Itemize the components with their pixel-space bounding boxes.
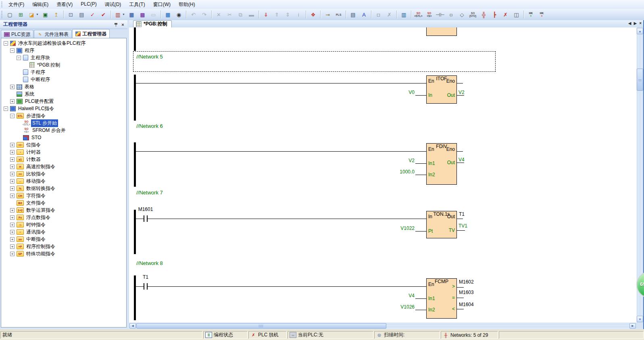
toolbar-open-project-icon[interactable]: ◪▼ bbox=[27, 10, 37, 19]
expand-icon[interactable]: + bbox=[10, 208, 15, 213]
toolbar-save-icon[interactable]: ▣ bbox=[40, 10, 50, 19]
tree-item[interactable]: 系统 bbox=[1, 90, 126, 98]
tree-item[interactable]: +±1计数器 bbox=[1, 156, 126, 163]
panel-tab-component-comment-table[interactable]: ✎元件注释表 bbox=[34, 30, 72, 38]
toolbar-insert-branch-icon[interactable]: ┣ bbox=[490, 10, 500, 19]
toolbar-print-preview-icon[interactable]: ⊡ bbox=[66, 10, 76, 19]
collapse-icon[interactable]: − bbox=[17, 56, 21, 60]
ton-pt-operand[interactable]: V1022 bbox=[397, 225, 415, 231]
scroll-left-icon[interactable]: ◀ bbox=[129, 323, 136, 329]
menu-grip-handle[interactable] bbox=[1, 1, 2, 7]
toolbar-plc-hardware-icon[interactable]: ▦ bbox=[127, 10, 137, 19]
expand-icon[interactable]: + bbox=[10, 194, 15, 198]
expand-icon[interactable]: + bbox=[10, 230, 15, 234]
menu-item-plc[interactable]: PLC(P) bbox=[77, 0, 100, 9]
tree-item[interactable]: +SP特殊功能指令 bbox=[1, 250, 126, 257]
tree-item[interactable]: SO<S>SFROM 步合并 bbox=[1, 127, 126, 134]
expand-icon[interactable]: + bbox=[10, 165, 15, 169]
network5-comment[interactable]: //Network 5 bbox=[136, 54, 163, 60]
menu-item-help[interactable]: 帮助(H) bbox=[175, 0, 199, 9]
contact-m1601-bar-left[interactable] bbox=[144, 215, 144, 222]
expand-icon[interactable]: + bbox=[10, 85, 15, 89]
expand-icon[interactable]: + bbox=[10, 215, 15, 220]
expand-icon[interactable]: + bbox=[10, 179, 15, 184]
expand-icon[interactable]: + bbox=[10, 223, 15, 227]
ton-tv-operand[interactable]: TV1 bbox=[459, 223, 467, 229]
tree-item[interactable]: −净水车间超滤检验设备PLC程序 bbox=[1, 40, 126, 47]
toolbar-comment-font-icon[interactable]: A bbox=[359, 10, 369, 19]
tree-item[interactable]: +CH字符指令 bbox=[1, 192, 126, 199]
network6-comment[interactable]: //Network 6 bbox=[136, 123, 163, 129]
menu-item-file[interactable]: 文件(F) bbox=[4, 0, 28, 9]
itof-out-operand[interactable]: V2 bbox=[459, 90, 465, 95]
tree-item[interactable]: 子程序 bbox=[1, 69, 126, 76]
contact-t1-label[interactable]: T1 bbox=[133, 274, 158, 280]
scroll-down-icon[interactable]: ▼ bbox=[637, 316, 643, 322]
toolbar-element-table-icon[interactable]: ▤ bbox=[348, 10, 358, 19]
scroll-up-icon[interactable]: ▲ bbox=[637, 28, 643, 34]
tree-item[interactable]: STO bbox=[1, 134, 126, 141]
toolbar-network-config-icon[interactable]: ❖ bbox=[308, 10, 318, 19]
tree-item[interactable]: 中断程序 bbox=[1, 76, 126, 83]
network8-comment[interactable]: //Network 8 bbox=[136, 260, 163, 266]
toolbar-connect-wizard-icon[interactable]: ⊸ bbox=[323, 10, 333, 19]
expand-icon[interactable]: + bbox=[10, 186, 15, 191]
toolbar-program-check-icon[interactable]: ✓ bbox=[88, 10, 98, 19]
tree-item[interactable]: +◷时钟指令 bbox=[1, 221, 126, 228]
tree-item[interactable]: SO<STL>STL 步开始 bbox=[1, 119, 126, 127]
ton-out-operand[interactable]: T1 bbox=[459, 211, 465, 217]
tree-item[interactable]: +H高速控制指令 bbox=[1, 163, 126, 170]
contact-m1601-label[interactable]: M1601 bbox=[133, 207, 158, 212]
tree-item[interactable]: −Haiwell PLC指令 bbox=[1, 105, 126, 112]
expand-icon[interactable]: + bbox=[10, 237, 15, 242]
tree-item[interactable]: +1+2数学运算指令 bbox=[1, 207, 126, 214]
tree-item[interactable]: +>=比较指令 bbox=[1, 170, 126, 177]
toolbar-print-icon[interactable]: ▤ bbox=[77, 10, 87, 19]
collapse-icon[interactable]: − bbox=[10, 114, 15, 118]
fcmp-in2-operand[interactable]: V1026 bbox=[396, 304, 415, 310]
expand-icon[interactable]: + bbox=[10, 157, 15, 162]
toolbar-delete-branch-icon[interactable]: ✗ bbox=[500, 10, 511, 19]
fdiv-in1-operand[interactable]: V2 bbox=[399, 158, 415, 163]
menu-item-window[interactable]: 窗口(W) bbox=[149, 0, 175, 9]
pin-button[interactable] bbox=[113, 22, 119, 27]
toolbar-add-network-icon[interactable]: HK+ bbox=[526, 10, 536, 19]
toolbar-compare-block-icon[interactable]: ◇ bbox=[457, 10, 467, 19]
toolbar-new-file-icon[interactable]: ▢ bbox=[5, 10, 15, 19]
toolbar-sto-icon[interactable]: SO(STO) bbox=[468, 10, 478, 19]
tab-scroll-left-icon[interactable]: ◀ bbox=[628, 21, 631, 25]
toolbar-insert-cell-icon[interactable]: ◫ bbox=[511, 10, 521, 19]
toolbar-chip-icon[interactable]: ▩ bbox=[138, 10, 148, 19]
toolbar-coil-icon[interactable]: ( ) bbox=[446, 10, 456, 19]
fcmp-gt-operand[interactable]: M1602 bbox=[459, 279, 474, 285]
ladder-canvas[interactable]: //Network 5 ITOF En Eno In Out V0 V2 //N… bbox=[129, 27, 636, 323]
tree-item[interactable]: Bit文件指令 bbox=[1, 199, 126, 207]
expand-icon[interactable]: + bbox=[10, 99, 15, 104]
toolbar-stl-start-icon[interactable]: SO<STL> bbox=[413, 10, 423, 19]
fdiv-in2-operand[interactable]: 1000.0 bbox=[396, 169, 415, 175]
panel-close-button[interactable]: × bbox=[120, 22, 126, 27]
toolbar-ladder-editor-icon[interactable]: ▦ bbox=[163, 10, 173, 19]
toolbar-import-file-icon[interactable]: ↥ bbox=[51, 10, 61, 19]
tree-item[interactable]: +ıııı中断指令 bbox=[1, 236, 126, 243]
menu-item-view[interactable]: 查看(V) bbox=[52, 0, 77, 9]
network5-selection-box[interactable] bbox=[133, 51, 496, 72]
menu-item-debug[interactable]: 调试(D) bbox=[101, 0, 125, 9]
tree-item[interactable]: +~通讯指令 bbox=[1, 228, 126, 236]
panel-tab-plc-resources[interactable]: PLC资源 bbox=[1, 30, 33, 38]
panel-tab-project-manager[interactable]: 工程管理器 bbox=[72, 29, 110, 38]
horizontal-scrollbar[interactable]: ◀ ▶ bbox=[129, 323, 636, 329]
tab-scroll-right-icon[interactable]: ▶ bbox=[634, 21, 637, 25]
tree-item[interactable]: +PLC硬件配置 bbox=[1, 98, 126, 105]
fcmp-in1-operand[interactable]: V4 bbox=[399, 293, 415, 298]
expand-icon[interactable]: + bbox=[10, 143, 15, 147]
tab-close-icon[interactable]: × bbox=[639, 21, 642, 25]
tree-item[interactable]: +⊣⊢位指令 bbox=[1, 141, 126, 148]
toolbar-download-plc-icon[interactable]: ⇓ bbox=[261, 10, 271, 19]
tree-item[interactable]: +表格 bbox=[1, 83, 126, 90]
toolbar-pulse-pls-icon[interactable]: PLS bbox=[333, 10, 344, 19]
tree-item[interactable]: −程序 bbox=[1, 47, 126, 54]
fcmp-lt-operand[interactable]: M1604 bbox=[459, 302, 474, 307]
expand-icon[interactable]: + bbox=[10, 172, 15, 176]
toolbar-sfrom-icon[interactable]: SO<S> bbox=[424, 10, 434, 19]
